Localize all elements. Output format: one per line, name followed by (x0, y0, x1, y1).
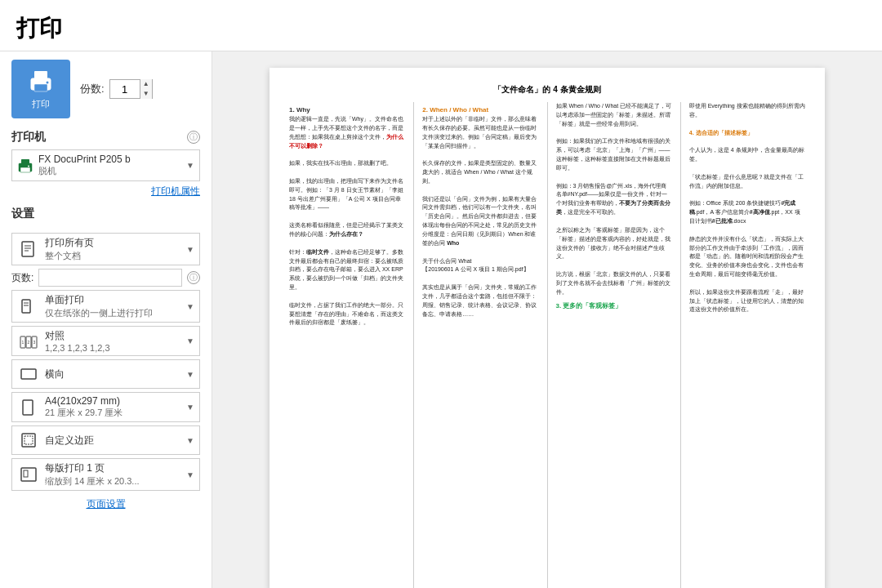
printer-icon (28, 69, 54, 95)
printer-info-icon[interactable]: ⓘ (187, 131, 200, 144)
main-layout: 打印 份数: ▲ ▼ 打印机 ⓘ (0, 51, 882, 588)
doc-col-2: 2. When / Who / What 对于上述以外的「非临时」文件，那么意味… (422, 102, 538, 588)
col1-section1: 1. Why (289, 106, 405, 114)
one-sided-text: 单面打印 仅在纸张的一侧上进行打印 (45, 293, 181, 319)
orientation-dropdown: ▼ (186, 370, 194, 379)
collated-dropdown: ▼ (186, 336, 194, 345)
page-count-label: 页数: (11, 271, 33, 285)
custom-margins-text: 自定义边距 (45, 434, 181, 448)
pages-per-sheet-row[interactable]: 每版打印 1 页 缩放到 14 厘米 x 20.3... ▼ (11, 458, 200, 491)
paper-size-icon (17, 399, 40, 416)
col2-section-title: 2. When / Who / What (422, 106, 538, 114)
vr-2 (547, 102, 548, 588)
print-all-pages-row[interactable]: 打印所有页 整个文档 ▼ (11, 233, 200, 265)
copies-area: 份数: ▲ ▼ (80, 79, 153, 99)
copies-value-input[interactable] (110, 80, 140, 98)
svg-text:1: 1 (22, 340, 24, 345)
collated-main: 对照 (45, 329, 181, 343)
printer-properties-link[interactable]: 打印机属性 (11, 185, 200, 198)
printer-section-title: 打印机 (11, 130, 46, 145)
custom-margins-row[interactable]: 自定义边距 ▼ (11, 425, 200, 455)
collated-icon: 1 2 3 (17, 332, 40, 350)
paper-size-row[interactable]: A4(210x297 mm) 21 厘米 x 29.7 厘米 ▼ (11, 392, 200, 422)
col3-section3: 3. 更多的「客观标签」 (556, 301, 672, 310)
paper-size-text: A4(210x297 mm) 21 厘米 x 29.7 厘米 (45, 395, 181, 419)
settings-section-title: 设置 (11, 207, 34, 221)
svg-rect-26 (24, 470, 28, 477)
page-count-input[interactable] (38, 269, 182, 287)
svg-rect-1 (34, 71, 47, 79)
printer-section-header: 打印机 ⓘ (11, 130, 200, 145)
left-panel: 打印 份数: ▲ ▼ 打印机 ⓘ (0, 51, 212, 588)
printer-name-area: FX DocuPrint P205 b 脱机 (38, 154, 186, 177)
one-sided-sub: 仅在纸张的一侧上进行打印 (45, 307, 181, 319)
printer-status: 脱机 (38, 165, 186, 177)
copies-increment[interactable]: ▲ (140, 79, 152, 89)
print-all-pages-sub: 整个文档 (45, 250, 181, 262)
doc-columns-grid: 1. Why 我的逻辑一直是，先说「Why」。文件命名也是一样，上手先不要想这个… (289, 102, 805, 588)
col4-text: 即使用 Everything 搜索也能精确的得到所需内容。 4. 选合适的「描述… (689, 102, 805, 314)
pages-per-sheet-icon (17, 466, 40, 483)
pages-per-sheet-dropdown: ▼ (186, 470, 194, 479)
pages-per-sheet-text: 每版打印 1 页 缩放到 14 厘米 x 20.3... (45, 461, 181, 488)
paper-size-main: A4(210x297 mm) (45, 395, 181, 407)
printer-dropdown-arrow: ▼ (186, 161, 194, 170)
svg-rect-6 (20, 167, 30, 172)
printer-select-icon (17, 158, 33, 174)
svg-rect-22 (23, 400, 33, 415)
preview-page: 「文件命名」的 4 条黄金规则 1. Why 我的逻辑一直是，先说「Why」。文… (270, 68, 825, 588)
custom-margins-main: 自定义边距 (45, 434, 181, 448)
custom-margins-icon (17, 431, 40, 449)
col1-text: 我的逻辑一直是，先说「Why」。文件命名也是一样，上手先不要想这个文件的名字，而… (289, 115, 405, 327)
collated-text: 对照 1,2,3 1,2,3 1,2,3 (45, 329, 181, 353)
svg-rect-2 (34, 84, 47, 91)
paper-size-dropdown: ▼ (186, 403, 194, 412)
one-sided-icon (17, 297, 40, 315)
paper-size-sub: 21 厘米 x 29.7 厘米 (45, 407, 181, 419)
doc-main-title: 「文件命名」的 4 条黄金规则 (289, 84, 805, 96)
svg-rect-21 (21, 369, 36, 379)
vr-1 (413, 102, 414, 588)
settings-section: 设置 打印所有页 整个文档 ▼ (11, 207, 200, 511)
svg-rect-5 (21, 159, 29, 164)
printer-name: FX DocuPrint P205 b (38, 154, 186, 165)
svg-text:3: 3 (33, 340, 36, 345)
orientation-row[interactable]: 横向 ▼ (11, 359, 200, 389)
pages-per-sheet-main: 每版打印 1 页 (45, 461, 181, 475)
col2-text: 对于上述以外的「非临时」文件，那么意味着有长久保存的必要。虽然可能也是从一份临时… (422, 115, 538, 318)
settings-section-header: 设置 (11, 207, 200, 228)
print-all-pages-text: 打印所有页 整个文档 (45, 236, 181, 262)
collated-row[interactable]: 1 2 3 对照 1,2,3 1,2,3 1,2,3 ▼ (11, 326, 200, 356)
svg-rect-24 (24, 436, 33, 444)
one-sided-row[interactable]: 单面打印 仅在纸张的一侧上进行打印 ▼ (11, 290, 200, 323)
svg-rect-8 (22, 242, 33, 256)
col3-text: 如果 When / Who / What 已经不能满足了，可以考虑添加一些固定的… (556, 102, 672, 297)
copies-spinner: ▲ ▼ (140, 79, 152, 99)
one-sided-main: 单面打印 (45, 293, 181, 307)
copies-decrement[interactable]: ▼ (140, 89, 152, 99)
orientation-main: 横向 (45, 368, 181, 381)
one-sided-dropdown: ▼ (186, 302, 194, 311)
vr-3 (680, 102, 681, 588)
printer-device-icon (17, 158, 33, 174)
copies-label: 份数: (80, 82, 105, 96)
svg-point-3 (47, 81, 49, 83)
title-bar: 打印 (0, 0, 882, 51)
page-setup-link[interactable]: 页面设置 (11, 497, 200, 511)
print-pages-dropdown: ▼ (186, 245, 194, 254)
svg-point-7 (28, 165, 29, 167)
orientation-icon (17, 365, 40, 383)
svg-text:2: 2 (28, 340, 30, 345)
collated-sub: 1,2,3 1,2,3 1,2,3 (45, 343, 181, 353)
printer-select-row[interactable]: FX DocuPrint P205 b 脱机 ▼ (11, 149, 200, 181)
page-count-info-icon[interactable]: ⓘ (187, 271, 200, 284)
print-all-pages-main: 打印所有页 (45, 236, 181, 250)
doc-col-4: 即使用 Everything 搜索也能精确的得到所需内容。 4. 选合适的「描述… (689, 102, 805, 588)
print-action-area: 打印 份数: ▲ ▼ (11, 60, 200, 118)
svg-rect-12 (22, 300, 30, 313)
page-title: 打印 (16, 13, 866, 44)
doc-col-3: 如果 When / Who / What 已经不能满足了，可以考虑添加一些固定的… (556, 102, 672, 588)
print-button[interactable]: 打印 (11, 60, 70, 118)
copies-input-group: ▲ ▼ (109, 79, 153, 99)
svg-rect-23 (22, 434, 35, 447)
